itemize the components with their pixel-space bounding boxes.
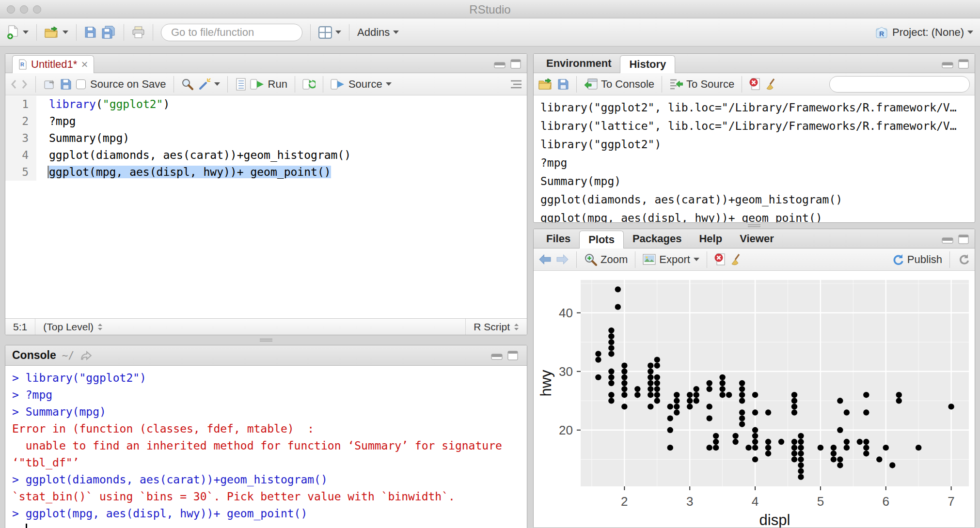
text-cursor — [26, 524, 27, 528]
svg-text:4: 4 — [752, 494, 759, 509]
history-search-box[interactable] — [829, 76, 970, 93]
maximize-pane-icon[interactable] — [510, 59, 521, 69]
tab-plots[interactable]: Plots — [579, 231, 624, 248]
toolbar-separator — [635, 251, 635, 268]
save-button[interactable] — [84, 26, 96, 38]
console-output[interactable]: > library("ggplot2") > ?mpg > Summary(mp… — [5, 366, 527, 528]
goto-file-input[interactable] — [171, 26, 311, 39]
history-item[interactable]: library("ggplot2") — [540, 135, 968, 154]
project-menu-button[interactable]: R Project: (None) — [874, 25, 973, 40]
save-icon[interactable] — [60, 78, 72, 90]
chevron-down-icon — [386, 82, 392, 86]
back-icon[interactable] — [10, 79, 17, 89]
tab-history[interactable]: History — [620, 55, 675, 73]
source-icon — [331, 78, 345, 90]
source-toolbar: Source on Save Run Source — [5, 73, 527, 95]
maximize-pane-icon[interactable] — [507, 351, 518, 360]
doc-type-selector[interactable]: R Script — [465, 319, 527, 335]
code-editor[interactable]: 1library("ggplot2") 2?mpg 3Summary(mpg) … — [5, 96, 527, 318]
remove-entry-icon[interactable] — [749, 78, 761, 91]
history-list[interactable]: library("ggplot2", lib.loc="/Library/Fra… — [534, 95, 975, 223]
history-item[interactable]: ggplot(diamonds, aes(carat))+geom_histog… — [540, 190, 968, 209]
updown-icon — [97, 323, 103, 331]
save-all-button[interactable] — [101, 26, 116, 39]
window-title: RStudio — [0, 3, 980, 16]
minimize-pane-icon[interactable] — [942, 60, 953, 68]
tab-files[interactable]: Files — [537, 229, 579, 248]
code-line: 4ggplot(diamonds, aes(carat))+geom_histo… — [5, 147, 527, 164]
tab-help[interactable]: Help — [690, 229, 731, 248]
toolbar-separator — [323, 76, 323, 93]
publish-button[interactable]: Publish — [891, 253, 942, 266]
plots-pane: Files Plots Packages Help Viewer Zoom Ex… — [533, 229, 975, 528]
console-line: > ?mpg — [12, 387, 520, 404]
export-image-icon — [643, 254, 656, 265]
compile-notebook-icon[interactable] — [235, 78, 246, 91]
run-icon — [250, 78, 265, 90]
code-tools-button[interactable] — [198, 78, 220, 91]
to-source-button[interactable]: To Source — [669, 78, 734, 91]
show-in-new-window-icon[interactable] — [43, 78, 56, 90]
to-console-button[interactable]: To Console — [584, 78, 654, 91]
source-on-save-checkbox[interactable] — [76, 79, 86, 89]
zoom-label: Zoom — [601, 253, 628, 266]
toolbar-separator — [174, 76, 174, 93]
history-item[interactable]: library("lattice", lib.loc="/Library/Fra… — [540, 117, 968, 135]
project-cube-icon: R — [874, 25, 889, 40]
new-file-button[interactable] — [7, 25, 29, 40]
forward-button[interactable] — [556, 254, 569, 265]
document-outline-icon[interactable] — [510, 79, 522, 89]
source-label: Source — [348, 78, 382, 91]
save-history-icon[interactable] — [557, 78, 569, 90]
find-replace-icon[interactable] — [181, 78, 194, 91]
tab-viewer[interactable]: Viewer — [731, 229, 783, 248]
load-history-icon[interactable] — [538, 78, 553, 91]
svg-text:R: R — [879, 30, 884, 38]
horizontal-splitter-left[interactable] — [260, 339, 272, 342]
back-button[interactable] — [538, 254, 552, 265]
history-item[interactable]: ggplot(mpg, aes(displ, hwy))+ geom_point… — [540, 209, 968, 223]
open-file-button[interactable] — [45, 26, 68, 39]
chevron-down-icon — [967, 31, 973, 34]
addins-button[interactable]: Addins — [357, 26, 399, 39]
remove-plot-button[interactable] — [714, 253, 726, 266]
chevron-down-icon — [694, 258, 699, 261]
minimize-pane-icon[interactable] — [494, 60, 506, 68]
main-toolbar: Addins R Project: (None) — [0, 18, 980, 47]
clear-history-icon[interactable] — [765, 78, 778, 91]
close-tab-icon[interactable]: × — [81, 60, 88, 69]
horizontal-splitter-right[interactable] — [748, 224, 760, 227]
tab-untitled1[interactable]: R Untitled1* × — [12, 55, 94, 73]
maximize-pane-icon[interactable] — [958, 59, 969, 69]
export-button[interactable]: Export — [643, 253, 699, 266]
scope-selector[interactable]: (Top Level) — [35, 319, 111, 335]
svg-text:2: 2 — [621, 494, 628, 509]
history-item[interactable]: Summary(mpg) — [540, 172, 968, 190]
goto-directory-icon[interactable] — [80, 350, 93, 361]
working-directory: ~/ — [62, 350, 74, 361]
refresh-button[interactable] — [957, 253, 970, 266]
run-label: Run — [268, 78, 287, 91]
minimize-pane-icon[interactable] — [491, 351, 503, 360]
run-button[interactable]: Run — [250, 78, 287, 91]
console-prompt[interactable]: > — [12, 522, 520, 528]
rerun-icon[interactable] — [302, 78, 316, 90]
zoom-plot-button[interactable]: Zoom — [584, 253, 628, 266]
history-item[interactable]: library("ggplot2", lib.loc="/Library/Fra… — [540, 98, 968, 117]
tab-environment[interactable]: Environment — [537, 54, 620, 73]
minimize-pane-icon[interactable] — [942, 235, 953, 244]
print-button[interactable] — [132, 26, 145, 38]
goto-file-box[interactable] — [161, 24, 302, 41]
maximize-pane-icon[interactable] — [958, 234, 969, 244]
history-search-input[interactable] — [838, 78, 969, 90]
tab-packages[interactable]: Packages — [624, 229, 691, 248]
forward-icon[interactable] — [21, 79, 28, 89]
panes-layout-button[interactable] — [318, 26, 341, 39]
print-icon — [132, 26, 145, 38]
to-console-label: To Console — [601, 78, 654, 91]
history-item[interactable]: ?mpg — [540, 154, 968, 172]
svg-text:3: 3 — [686, 494, 693, 509]
console-line: Error in (function (classes, fdef, mtabl… — [12, 420, 520, 437]
source-button[interactable]: Source — [331, 78, 392, 91]
clear-plots-button[interactable] — [730, 253, 743, 266]
